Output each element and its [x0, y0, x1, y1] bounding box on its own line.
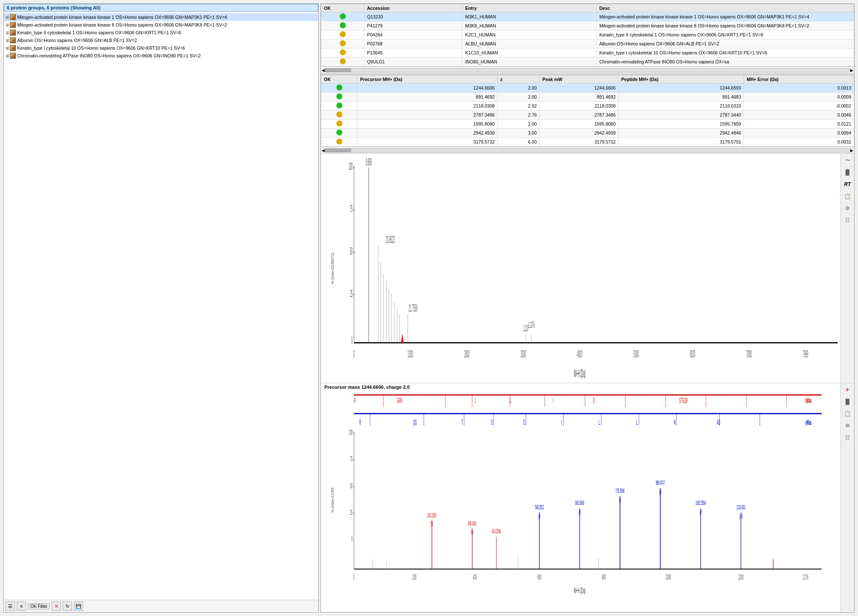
- table-row[interactable]: P04264 K2C1_HUMAN Keratin_type II cytosk…: [321, 30, 854, 39]
- svg-text:QG: QG: [413, 419, 417, 427]
- grid-icon-btn[interactable]: ☷: [843, 216, 852, 225]
- svg-text:STGQR: STGQR: [679, 397, 688, 405]
- peptide-row[interactable]: 1595.8080 2.00 1595.8080 1595.7959 0.012…: [321, 120, 854, 129]
- scroll-left-arrow[interactable]: ◀: [322, 68, 325, 72]
- desc-cell: Chromatin-remodeling ATPase INO80 OS=Hom…: [597, 57, 854, 66]
- protein-list-item[interactable]: ⊞ Mitogen-activated protein kinase kinas…: [4, 13, 318, 21]
- peak-cell: 1595.8080: [540, 120, 619, 129]
- copy2-icon-btn[interactable]: 📋: [843, 409, 852, 418]
- accession-cell[interactable]: P02768: [364, 39, 462, 48]
- protein-icon: [10, 37, 16, 43]
- rt-label-btn[interactable]: RT: [843, 180, 852, 189]
- bar-chart-icon-btn[interactable]: ▐▌: [843, 168, 852, 177]
- peptide-table: OKPrecursor MH+ (Da)zPeak mWPeptide MH+ …: [321, 75, 854, 147]
- peptide-mh-cell: 2118.0310: [619, 102, 744, 111]
- protein-list-item[interactable]: ⊞ Keratin_type I cytoskeletal 10 OS=Homo…: [4, 44, 318, 52]
- copy-icon-btn[interactable]: 📋: [843, 192, 852, 201]
- wave-icon-btn[interactable]: 〜: [843, 156, 852, 165]
- svg-text:0.698: 0.698: [366, 156, 372, 168]
- scrollbar-thumb2[interactable]: [325, 149, 351, 152]
- ok-cell: [321, 57, 364, 66]
- delete-btn[interactable]: ✕: [51, 601, 61, 611]
- peptide-col-header: MH+ Error (Da): [744, 75, 854, 84]
- peptide-row[interactable]: 3179.5732 6.00 3179.5732 3179.5701 0.003…: [321, 138, 854, 147]
- list-view2-btn[interactable]: ≡: [17, 601, 26, 611]
- svg-text:424.2546: 424.2546: [492, 528, 501, 535]
- protein-table-scrollbar[interactable]: ◀ ▶: [321, 66, 854, 73]
- peptide-mh-cell: 891.4683: [619, 93, 744, 102]
- peak-cell: 2787.3486: [540, 111, 619, 120]
- precursor-cell: 2118.0308: [357, 102, 498, 111]
- svg-marker-39: [401, 334, 404, 343]
- peptide-row[interactable]: 2942.4939 3.00 2942.4939 2942.4846 0.009…: [321, 129, 854, 138]
- scrollbar-track2[interactable]: [325, 148, 850, 153]
- svg-text:4000: 4000: [577, 348, 583, 360]
- scrollbar-track[interactable]: [325, 68, 850, 72]
- peptide-ok-cell: [321, 102, 357, 111]
- peak-cell: 2942.4939: [540, 129, 619, 138]
- right-panel: OK Accession Entry Desc Q13233 M3K1_HUMA…: [320, 3, 855, 613]
- precursor-cell: 2942.4939: [357, 129, 498, 138]
- save-btn[interactable]: 💾: [74, 601, 83, 611]
- svg-text:889.4747: 889.4747: [656, 479, 665, 486]
- peptide-col-header: Precursor MH+ (Da): [357, 75, 498, 84]
- refresh-btn[interactable]: ↻: [63, 601, 72, 611]
- svg-text:3000: 3000: [520, 348, 526, 360]
- scroll-right-arrow[interactable]: ▶: [850, 68, 853, 72]
- accession-cell[interactable]: Q9ULG1: [364, 57, 462, 66]
- peptide-mh-cell: 3179.5701: [619, 138, 744, 147]
- table-row[interactable]: Q9ULG1 INO80_HUMAN Chromatin-remodeling …: [321, 57, 854, 66]
- svg-text:b3: b3: [431, 520, 433, 527]
- svg-text:y7: y7: [619, 496, 621, 503]
- svg-text:356.1941: 356.1941: [468, 520, 477, 526]
- precursor-label: Precursor mass 1244.6606, charge 2.0: [321, 383, 840, 391]
- z-cell: 2.76: [498, 111, 540, 120]
- table-row[interactable]: P13645 K1C10_HUMAN Keratin_type I cytosk…: [321, 48, 854, 57]
- scroll-left-arrow2[interactable]: ◀: [322, 148, 325, 153]
- scroll-right-arrow2[interactable]: ▶: [850, 148, 853, 153]
- precursor-cell: 3179.5732: [357, 138, 498, 147]
- chart2-svg: 100 75 50 25 0: [343, 391, 840, 610]
- plus-icon-btn[interactable]: +: [843, 385, 852, 394]
- protein-list-item[interactable]: ⊞ Keratin_type II cytoskeletal 1 OS=Homo…: [4, 29, 318, 36]
- accession-cell[interactable]: P04264: [364, 30, 462, 39]
- protein-list-item[interactable]: ⊞ Mitogen-activated protein kinase kinas…: [4, 21, 318, 29]
- toolbar-bottom: ☰ ≡ OK Filter ✕ ↻ 💾: [4, 600, 318, 612]
- peptide-row[interactable]: 1244.6606 2.00 1244.6606 1244.6593 0.001…: [321, 84, 854, 93]
- protein-item-label: Mitogen-activated protein kinase kinase …: [17, 15, 227, 20]
- peptide-ok-cell: [321, 111, 357, 120]
- bottom-panels: % (max=2149371) 100 75 50: [321, 153, 854, 612]
- desc-cell: Albumin OS=Homo sapiens OX=9606 GN=ALB P…: [597, 39, 854, 48]
- peak-cell: 3179.5732: [540, 138, 619, 147]
- error-cell: 0.0046: [744, 111, 854, 120]
- svg-text:20.8623: 20.8623: [386, 234, 394, 246]
- settings2-icon-btn[interactable]: ⚙: [843, 421, 852, 430]
- grid2-icon-btn[interactable]: ☷: [843, 433, 852, 442]
- ok-filter-button[interactable]: OK Filter: [28, 603, 50, 610]
- accession-cell[interactable]: P41279: [364, 21, 462, 30]
- peptide-col-header: OK: [321, 75, 357, 84]
- svg-text:6000: 6000: [690, 348, 695, 360]
- table-row[interactable]: Q13233 M3K1_HUMAN Mitogen-activated prot…: [321, 12, 854, 21]
- peptide-table-scrollbar[interactable]: ◀ ▶: [321, 147, 854, 153]
- bar-chart2-icon-btn[interactable]: ▐▌: [843, 397, 852, 406]
- peptide-row[interactable]: 891.4692 2.00 891.4692 891.4683 0.0009: [321, 93, 854, 102]
- peptide-row[interactable]: 2787.3486 2.76 2787.3486 2787.3440 0.004…: [321, 111, 854, 120]
- protein-list-item[interactable]: ⊞ Chromatin-remodeling ATPase INO80 OS=H…: [4, 52, 318, 60]
- peptide-row[interactable]: 2118.0308 2.92 2118.0308 2118.0310 -0.00…: [321, 102, 854, 111]
- svg-text:7999: 7999: [803, 348, 808, 360]
- accession-cell[interactable]: Q13233: [364, 12, 462, 21]
- chart1-row: % (max=2149371) 100 75 50: [321, 154, 854, 383]
- accession-cell[interactable]: P13645: [364, 48, 462, 57]
- svg-text:800: 800: [602, 573, 606, 581]
- list-view-btn[interactable]: ☰: [6, 601, 15, 611]
- peptide-mh-cell: 2942.4846: [619, 129, 744, 138]
- table-row[interactable]: P41279 M3K8_HUMAN Mitogen-activated prot…: [321, 21, 854, 30]
- scrollbar-thumb[interactable]: [325, 69, 351, 72]
- settings-icon-btn[interactable]: ⚙: [843, 204, 852, 213]
- col-desc: Desc: [597, 4, 854, 12]
- table-row[interactable]: P02768 ALBU_HUMAN Albumin OS=Homo sapien…: [321, 39, 854, 48]
- protein-item-label: Keratin_type I cytoskeletal 10 OS=Homo s…: [17, 45, 185, 51]
- entry-cell: M3K8_HUMAN: [462, 21, 597, 30]
- protein-list-item[interactable]: ⊞ Albumin OS=Homo sapiens OX=9606 GN=ALB…: [4, 36, 318, 44]
